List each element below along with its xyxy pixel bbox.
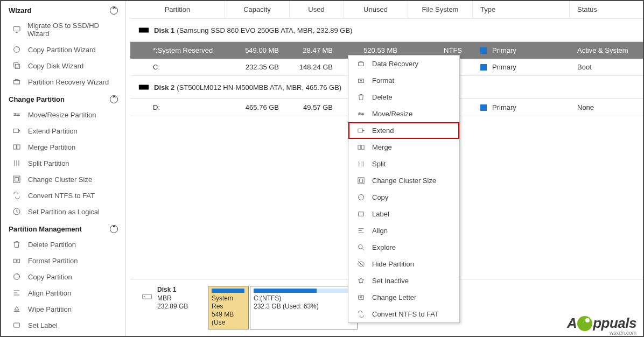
sidebar-item-split-partition[interactable]: Split Partition [1, 155, 125, 171]
trash-icon [356, 93, 366, 101]
menu-item-label: Align [372, 227, 388, 235]
copy-part-icon [12, 272, 22, 281]
sidebar-section-wizard[interactable]: Wizard ⌃ [1, 1, 125, 18]
menu-item-format[interactable]: Format [348, 72, 459, 89]
sidebar-section-change-partition[interactable]: Change Partition ⌃ [1, 90, 125, 107]
th-type[interactable]: Type [473, 1, 570, 18]
disk-1-title[interactable]: Disk 1 (Samsung SSD 860 EVO 250GB ATA, M… [130, 19, 643, 42]
sidebar-item-copy-partition[interactable]: Copy Partition [1, 269, 125, 285]
sidebar-item-label: Partition Recovery Wizard [28, 78, 109, 86]
convert-icon [12, 191, 22, 200]
menu-item-copy[interactable]: Copy [348, 189, 459, 206]
menu-item-delete[interactable]: Delete [348, 89, 459, 106]
cell-status: Active & System [570, 46, 643, 54]
sidebar-item-align-partition[interactable]: Align Partition [1, 285, 125, 301]
sidebar-item-migrate-os-to-ssd-hd-wizard[interactable]: Migrate OS to SSD/HD Wizard [1, 18, 125, 41]
menu-item-change-cluster-size[interactable]: Change Cluster Size [348, 172, 459, 189]
sidebar-section-partition-management[interactable]: Partition Management ⌃ [1, 220, 125, 236]
column-drag-handle[interactable] [126, 1, 130, 336]
menu-item-label: Merge [372, 143, 392, 151]
sidebar-item-copy-partition-wizard[interactable]: Copy Partition Wizard [1, 41, 125, 58]
cell-capacity: 465.76 GB [225, 103, 290, 111]
sidebar-item-label: Copy Partition Wizard [28, 46, 96, 54]
sidebar-item-merge-partition[interactable]: Merge Partition [1, 139, 125, 155]
sidebar-item-partition-recovery-wizard[interactable]: Partition Recovery Wizard [1, 74, 125, 90]
extend-icon [12, 127, 22, 135]
menu-item-split[interactable]: Split [348, 156, 459, 172]
menu-item-explore[interactable]: Explore [348, 239, 459, 256]
menu-item-convert-ntfs-to-fat[interactable]: Convert NTFS to FAT [348, 306, 459, 322]
th-status[interactable]: Status [570, 1, 643, 18]
disk-icon [138, 81, 150, 93]
collapse-icon[interactable]: ⌃ [110, 95, 118, 103]
disk-graphic-label[interactable]: Disk 1 MBR 232.89 GB [157, 286, 208, 329]
sidebar-item-label: Change Cluster Size [28, 175, 92, 184]
menu-item-label: Convert NTFS to FAT [372, 310, 439, 318]
inactive-icon [356, 277, 366, 285]
menu-item-set-inactive[interactable]: Set Inactive [348, 272, 459, 289]
sidebar-item-convert-ntfs-to-fat[interactable]: Convert NTFS to FAT [1, 187, 125, 203]
sidebar-item-delete-partition[interactable]: Delete Partition [1, 236, 125, 252]
svg-rect-3 [15, 64, 19, 68]
menu-item-label: Extend [372, 127, 394, 135]
sidebar-title: Change Partition [9, 95, 65, 103]
move-icon [356, 110, 366, 118]
type-color-icon [480, 104, 487, 111]
sidebar-item-label: Align Partition [28, 289, 71, 297]
move-icon [12, 110, 22, 119]
disk-name: Disk 2 [154, 83, 174, 92]
sidebar-item-copy-disk-wizard[interactable]: Copy Disk Wizard [1, 58, 125, 74]
menu-item-data-recovery[interactable]: Data Recovery [348, 55, 459, 72]
disk-desc: (ST500LM012 HN-M500MBB ATA, MBR, 465.76 … [177, 83, 341, 92]
svg-rect-30 [358, 178, 363, 184]
th-capacity[interactable]: Capacity [225, 1, 290, 18]
menu-item-label: Change Cluster Size [372, 177, 436, 185]
sidebar-item-move-resize-partition[interactable]: Move/Resize Partition [1, 107, 125, 123]
main-panel: Partition Capacity Used Unused File Syst… [130, 1, 643, 336]
graphic-part-system-reserved[interactable]: System Res 549 MB (Use [208, 286, 249, 329]
menu-item-extend[interactable]: Extend [348, 122, 459, 139]
sidebar-item-change-cluster-size[interactable]: Change Cluster Size [1, 171, 125, 187]
table-header: Partition Capacity Used Unused File Syst… [130, 1, 643, 19]
svg-rect-23 [358, 79, 363, 82]
split-icon [356, 160, 366, 168]
collapse-icon[interactable]: ⌃ [110, 6, 118, 15]
menu-item-label: Data Recovery [372, 60, 418, 68]
menu-item-merge[interactable]: Merge [348, 139, 459, 156]
cell-status: Boot [570, 63, 643, 71]
menu-item-hide-partition[interactable]: Hide Partition [348, 256, 459, 272]
th-used[interactable]: Used [290, 1, 344, 18]
copy-part-icon [12, 45, 22, 54]
svg-rect-22 [358, 62, 363, 66]
sidebar-item-change-drive-letter[interactable]: Change Drive Letter [1, 333, 125, 336]
sidebar-item-extend-partition[interactable]: Extend Partition [1, 123, 125, 139]
cell-status: None [570, 103, 643, 111]
sidebar-items-manage: Delete PartitionFormat PartitionCopy Par… [1, 236, 125, 336]
sidebar-item-label: Move/Resize Partition [28, 111, 96, 119]
type-color-icon [480, 64, 487, 71]
menu-item-label[interactable]: Label [348, 206, 459, 222]
sidebar-item-set-partition-as-logical[interactable]: Set Partition as Logical [1, 203, 125, 220]
menu-item-align[interactable]: Align [348, 222, 459, 239]
merge-icon [12, 143, 22, 151]
sidebar-item-format-partition[interactable]: Format Partition [1, 252, 125, 269]
th-partition[interactable]: Partition [130, 1, 225, 18]
copy-disk-icon [12, 61, 22, 70]
th-unused[interactable]: Unused [344, 1, 408, 18]
trash-icon [12, 240, 22, 249]
menu-item-label: Set Inactive [372, 277, 409, 285]
usage-bar-icon [254, 289, 354, 293]
th-filesystem[interactable]: File System [408, 1, 473, 18]
svg-rect-29 [361, 145, 364, 150]
sidebar-item-wipe-partition[interactable]: Wipe Partition [1, 301, 125, 317]
sidebar-item-set-label[interactable]: Set Label [1, 317, 125, 333]
logical-icon [12, 207, 22, 216]
menu-item-change-letter[interactable]: Change Letter [348, 289, 459, 306]
svg-rect-31 [359, 179, 362, 182]
menu-item-move-resize[interactable]: Move/Resize [348, 106, 459, 122]
collapse-icon[interactable]: ⌃ [110, 225, 118, 233]
graphic-part-c[interactable]: C:(NTFS) 232.3 GB (Used: 63%) [250, 286, 358, 329]
menu-item-label: Move/Resize [372, 110, 412, 118]
sidebar-item-label: Set Label [28, 321, 58, 329]
copy-part-icon [356, 193, 366, 201]
